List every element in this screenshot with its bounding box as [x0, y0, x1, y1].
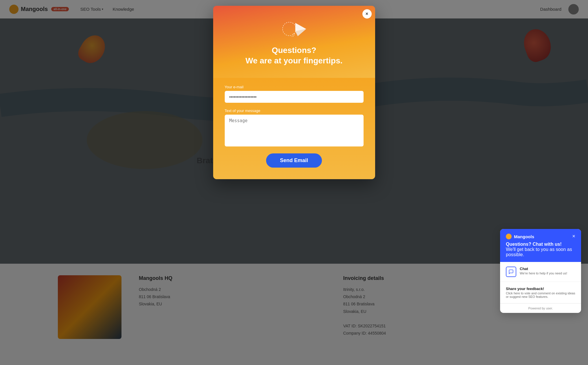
- chat-header-title: Questions? Chat with us!: [506, 242, 572, 247]
- chat-close-button[interactable]: ×: [572, 234, 575, 239]
- modal-title: Questions? We are at your fingertips.: [225, 45, 364, 66]
- chat-logo-name: Mangools: [514, 234, 534, 239]
- feedback-option-text: Share your feedback! Click here to vote …: [506, 287, 575, 298]
- feedback-option-subtitle: Click here to vote and comment on existi…: [506, 291, 575, 298]
- chat-option-text: Chat We're here to help if you need us!: [520, 267, 567, 275]
- chat-option-title: Chat: [520, 267, 567, 271]
- chat-logo-dot: [506, 234, 512, 239]
- chat-logo: Mangools: [506, 234, 572, 239]
- chat-option-subtitle: We're here to help if you need us!: [520, 272, 567, 275]
- modal-icon: [225, 17, 364, 41]
- email-input[interactable]: [225, 91, 364, 103]
- modal-close-button[interactable]: ×: [362, 9, 372, 19]
- message-label: Text of your message: [225, 109, 364, 113]
- message-form-group: Text of your message: [225, 109, 364, 148]
- chat-footer-text: Powered by user.: [528, 307, 553, 310]
- contact-modal: × Questions? We are at your fingertips.: [213, 6, 375, 179]
- email-form-group: Your e-mail: [225, 85, 364, 103]
- chat-option-chat[interactable]: Chat We're here to help if you need us!: [500, 262, 581, 282]
- modal-header: × Questions? We are at your fingertips.: [213, 6, 375, 78]
- chat-widget: Mangools Questions? Chat with us! We'll …: [500, 229, 581, 313]
- svg-point-2: [283, 22, 296, 36]
- email-label: Your e-mail: [225, 85, 364, 89]
- send-email-button[interactable]: Send Email: [266, 153, 322, 168]
- chat-footer: Powered by user.: [500, 303, 581, 313]
- chat-header: Mangools Questions? Chat with us! We'll …: [500, 229, 581, 262]
- modal-body: Your e-mail Text of your message Send Em…: [213, 78, 375, 179]
- chat-option-feedback[interactable]: Share your feedback! Click here to vote …: [500, 282, 581, 303]
- chat-icon: [506, 267, 516, 277]
- message-textarea[interactable]: [225, 115, 364, 146]
- modal-overlay: × Questions? We are at your fingertips.: [0, 0, 588, 365]
- feedback-option-title: Share your feedback!: [506, 287, 575, 291]
- chat-header-content: Mangools Questions? Chat with us! We'll …: [506, 234, 572, 257]
- chat-header-subtitle: We'll get back to you as soon as possibl…: [506, 247, 572, 257]
